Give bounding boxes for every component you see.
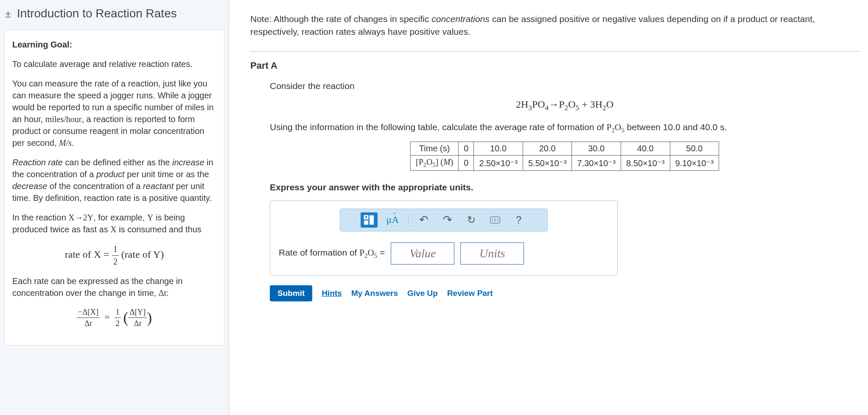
reset-button[interactable]: ↻: [463, 212, 480, 228]
keyboard-button[interactable]: ∷∷: [487, 212, 504, 228]
symbols-button[interactable]: μA∘: [384, 212, 401, 228]
table-row: Time (s) 0 10.0 20.0 30.0 40.0 50.0: [410, 142, 719, 156]
learning-goal-heading: Learning Goal:: [12, 40, 72, 49]
learning-p3: In the reaction X→2Y, for example, Y is …: [12, 212, 216, 235]
help-button[interactable]: ?: [510, 212, 527, 228]
title-text: Introduction to Reaction Rates: [17, 7, 177, 20]
submit-button[interactable]: Submit: [270, 285, 312, 301]
data-table: Time (s) 0 10.0 20.0 30.0 40.0 50.0 [P2O…: [410, 142, 719, 171]
part-a-heading: Part A: [250, 60, 860, 71]
chemical-equation: 2H3PO4→P2O5 + 3H2O: [270, 99, 860, 112]
review-part-link[interactable]: Review Part: [447, 289, 493, 298]
learning-p4: Each rate can be expressed as the change…: [12, 275, 216, 299]
note-text: Note: Although the rate of changes in sp…: [250, 13, 860, 39]
templates-button[interactable]: [361, 212, 378, 228]
answer-box: μA∘ ↶ ↷ ↻ ∷∷ ? Rate of formation of P2O5…: [270, 201, 618, 276]
answer-input-row: Rate of formation of P2O5 =: [279, 242, 609, 265]
sidebar-panel: ± Introduction to Reaction Rates Learnin…: [0, 0, 229, 415]
learning-goal-box: Learning Goal: To calculate average and …: [4, 30, 224, 345]
redo-button[interactable]: ↷: [439, 212, 456, 228]
expand-collapse-icon[interactable]: ±: [5, 8, 11, 20]
toolbar-divider: [408, 214, 409, 226]
express-instruction: Express your answer with the appropriate…: [270, 182, 473, 192]
consider-text: Consider the reaction: [270, 80, 860, 92]
instruction-text: Using the information in the following t…: [270, 121, 860, 135]
svg-rect-3: [364, 220, 368, 225]
learning-p1: You can measure the rate of a reaction, …: [12, 78, 216, 149]
col-header-time: Time (s): [410, 142, 458, 156]
hints-link[interactable]: Hints: [322, 289, 342, 298]
svg-rect-1: [365, 216, 367, 218]
assignment-title[interactable]: ± Introduction to Reaction Rates: [0, 0, 229, 25]
table-row: [P2O5] (M) 0 2.50×10⁻³ 5.50×10⁻³ 7.30×10…: [410, 156, 719, 171]
value-input[interactable]: [391, 242, 454, 265]
divider: [250, 51, 860, 52]
undo-button[interactable]: ↶: [415, 212, 432, 228]
rate-equation-1: rate of X = 12 (rate of Y): [12, 243, 216, 267]
action-row: Submit Hints My Answers Give Up Review P…: [270, 285, 860, 301]
learning-goal-text: To calculate average and relative reacti…: [12, 58, 216, 70]
svg-rect-2: [370, 215, 374, 225]
col-header-conc: [P2O5] (M): [410, 156, 458, 171]
equation-toolbar: μA∘ ↶ ↷ ↻ ∷∷ ?: [340, 209, 548, 231]
rate-equation-2: −Δ[X]Δt = 12 (Δ[Y]Δt): [12, 306, 216, 329]
main-content: Note: Although the rate of changes in sp…: [229, 0, 868, 415]
give-up-link[interactable]: Give Up: [407, 289, 438, 298]
my-answers-link[interactable]: My Answers: [351, 289, 398, 298]
learning-p2: Reaction rate can be defined either as t…: [12, 156, 216, 204]
units-input[interactable]: [460, 242, 524, 265]
answer-label: Rate of formation of P2O5 =: [279, 248, 385, 259]
